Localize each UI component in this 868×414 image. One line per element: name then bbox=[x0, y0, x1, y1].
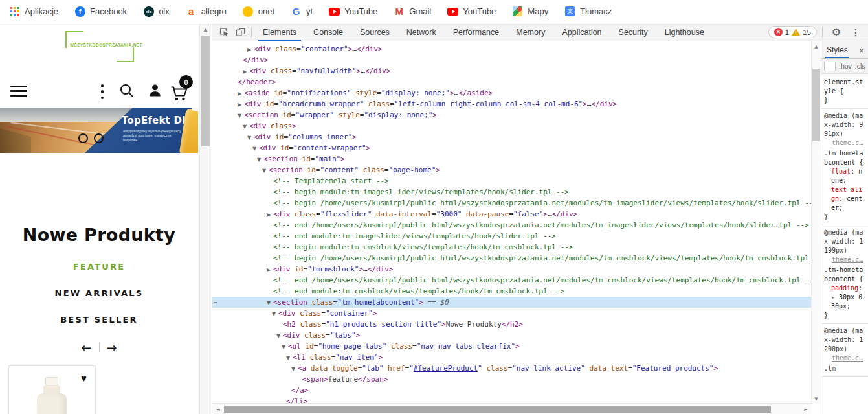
expand-arrow-icon[interactable]: ▼ bbox=[282, 341, 288, 352]
bookmark-mapy[interactable]: Mapy bbox=[512, 6, 548, 17]
devtools-tab-lighthouse[interactable]: Lighthouse bbox=[656, 23, 713, 41]
stylesheet-source-link[interactable]: theme.c… bbox=[824, 354, 866, 363]
devtools-tab-console[interactable]: Console bbox=[305, 23, 351, 41]
tree-node[interactable]: <!-- begin /home/users/kusmirpl/public_h… bbox=[212, 198, 812, 209]
scroll-right-icon[interactable]: ► bbox=[802, 407, 810, 412]
tree-node[interactable]: ▶<aside id="notifications" style="displa… bbox=[212, 87, 812, 98]
scroll-up-icon[interactable]: ▲ bbox=[812, 42, 821, 51]
tree-node[interactable]: ▼<section id="content" class="page-home"… bbox=[212, 165, 812, 176]
more-panels-icon[interactable]: » bbox=[860, 45, 864, 55]
horizontal-scrollbar-thumb[interactable] bbox=[224, 406, 771, 413]
gear-icon[interactable]: ⚙ bbox=[828, 25, 845, 40]
devtools-tab-elements[interactable]: Elements bbox=[254, 23, 305, 41]
site-logo[interactable]: WSZYSTKODOSPRZATANIA.NET bbox=[65, 31, 134, 62]
tree-node[interactable]: ▶<div id="tmcmsblock">…</div> bbox=[212, 264, 812, 275]
expand-arrow-icon[interactable]: ▼ bbox=[262, 165, 269, 176]
next-arrow[interactable]: → bbox=[107, 340, 117, 354]
expand-arrow-icon[interactable]: ▶ bbox=[247, 44, 254, 55]
expand-arrow-icon[interactable]: ▼ bbox=[291, 363, 298, 374]
devtools-tab-memory[interactable]: Memory bbox=[507, 23, 553, 41]
bookmark-aplikacje[interactable]: Aplikacje bbox=[9, 6, 58, 17]
tree-node[interactable]: </div> bbox=[212, 54, 812, 65]
slider-dot[interactable] bbox=[78, 133, 88, 143]
product-card[interactable]: ♥ bbox=[8, 365, 96, 414]
tree-node[interactable]: ▶<div id="breadcrumb_wrapper" class="lef… bbox=[212, 98, 812, 109]
tree-node[interactable]: </a> bbox=[212, 385, 812, 396]
bookmark-youtube[interactable]: YouTube bbox=[447, 6, 496, 17]
page-scrollbar-thumb[interactable] bbox=[201, 36, 210, 146]
tree-node-selected[interactable]: ⋯▼<section class="tm-hometabcontent"> ==… bbox=[212, 297, 812, 308]
tree-node[interactable]: <h2 class="h1 products-section-title">No… bbox=[212, 319, 812, 330]
tree-node[interactable]: <span>feature</span> bbox=[212, 374, 812, 385]
css-selector[interactable]: element.style { bbox=[824, 78, 866, 96]
tree-node[interactable]: <!-- begin /home/users/kusmirpl/public_h… bbox=[212, 253, 812, 264]
tree-node[interactable]: ▼<ul id="home-page-tabs" class="nav nav-… bbox=[212, 341, 812, 352]
slider-dot-active[interactable] bbox=[109, 134, 118, 143]
tree-node[interactable]: ▼<div class> bbox=[212, 121, 812, 132]
expand-arrow-icon[interactable]: ▼ bbox=[267, 297, 273, 308]
scroll-up-icon[interactable]: ▲ bbox=[200, 25, 211, 34]
bookmark-yt[interactable]: Gyt bbox=[291, 6, 313, 17]
product-tab-best-seller[interactable]: BEST SELLER bbox=[0, 315, 198, 325]
styles-filter-cls[interactable]: .cls bbox=[855, 62, 865, 70]
inspect-element-icon[interactable] bbox=[215, 25, 232, 40]
tree-node[interactable]: <!-- begin module:tm_cmsblock/views/temp… bbox=[212, 242, 812, 253]
expand-arrow-icon[interactable]: ▼ bbox=[286, 352, 293, 363]
tree-node[interactable]: ▶<div class="container">…</div> bbox=[212, 43, 812, 54]
bookmark-youtube[interactable]: YouTube bbox=[329, 6, 377, 17]
styles-filter-input[interactable] bbox=[824, 62, 836, 71]
tree-node[interactable]: ▼<a data-toggle="tab" href="#featureProd… bbox=[212, 363, 812, 374]
tree-node[interactable]: <!-- end /home/users/kusmirpl/public_htm… bbox=[212, 275, 812, 286]
product-tab-new-arrivals[interactable]: NEW ARRIVALS bbox=[0, 288, 198, 298]
expand-arrow-icon[interactable]: ▼ bbox=[252, 143, 259, 154]
bookmark-olx[interactable]: olxolx bbox=[143, 6, 170, 17]
tree-node[interactable]: ▼<div id="content-wrapper"> bbox=[212, 143, 812, 154]
bookmark-gmail[interactable]: MGmail bbox=[394, 6, 431, 17]
tree-node[interactable]: ▼<section id="wrapper" style="display: n… bbox=[212, 109, 812, 121]
tree-node[interactable]: ▶<div class="navfullwidth">…</div> bbox=[212, 65, 812, 76]
slider-dot[interactable] bbox=[94, 133, 104, 143]
device-toolbar-icon[interactable] bbox=[232, 25, 249, 40]
search-icon[interactable] bbox=[119, 83, 135, 101]
tree-node[interactable]: ▼<li class="nav-item"> bbox=[212, 352, 812, 363]
page-scrollbar[interactable]: ▲ bbox=[199, 23, 211, 414]
media-query[interactable]: @media (max-width: 991px) bbox=[824, 111, 866, 139]
expand-arrow-icon[interactable]: ▼ bbox=[276, 330, 283, 341]
devtools-tab-application[interactable]: Application bbox=[553, 23, 610, 41]
expand-arrow-icon[interactable]: ▶ bbox=[238, 99, 244, 110]
tree-node[interactable]: <!-- end /home/users/kusmirpl/public_htm… bbox=[212, 220, 812, 231]
tree-node[interactable]: <!-- Templatemela start --> bbox=[212, 176, 812, 187]
css-property[interactable]: float: none; bbox=[824, 167, 866, 185]
devtools-tab-sources[interactable]: Sources bbox=[351, 23, 398, 41]
more-options-icon[interactable] bbox=[99, 84, 106, 99]
css-selector[interactable]: .tm-hometabcontent { bbox=[824, 266, 866, 284]
css-property[interactable]: padding: ▸ 30px 0 30px; bbox=[824, 284, 866, 311]
hero-slider-banner[interactable]: TopEfekt DIAM antypoślizgowy wysoko-piel… bbox=[0, 108, 198, 153]
media-query[interactable]: @media (max-width: 1199px) bbox=[824, 228, 866, 255]
css-property[interactable]: text-align: center; bbox=[824, 185, 866, 213]
elements-vertical-scrollbar[interactable]: ▲ ▼ bbox=[811, 41, 821, 404]
elements-horizontal-scrollbar[interactable]: ◄ ► bbox=[212, 403, 812, 414]
expand-arrow-icon[interactable]: ▶ bbox=[238, 88, 244, 99]
bookmark-facebook[interactable]: fFacebook bbox=[74, 6, 127, 17]
media-query[interactable]: @media (max-width: 1200px) bbox=[824, 327, 866, 354]
expand-arrow-icon[interactable]: ▶ bbox=[267, 264, 273, 275]
node-menu-icon[interactable]: ⋯ bbox=[214, 297, 217, 308]
devtools-tab-network[interactable]: Network bbox=[398, 23, 445, 41]
expand-arrow-icon[interactable]: ▼ bbox=[257, 154, 263, 165]
tree-node[interactable]: ▼<div class="container"> bbox=[212, 308, 812, 319]
tree-node[interactable]: <!-- begin module:tm_imagesl ider/views/… bbox=[212, 187, 812, 198]
vertical-scrollbar-thumb[interactable] bbox=[812, 69, 820, 141]
product-tab-feature[interactable]: FEATURE bbox=[0, 262, 198, 271]
expand-arrow-icon[interactable]: ▼ bbox=[238, 110, 244, 121]
tree-node[interactable]: ▼<div id="columns_inner"> bbox=[212, 132, 812, 143]
bookmark-tłumacz[interactable]: 文Tłumacz bbox=[564, 6, 612, 17]
account-icon[interactable] bbox=[148, 83, 162, 100]
prev-arrow[interactable]: ← bbox=[82, 340, 92, 354]
tab-styles[interactable]: Styles bbox=[825, 41, 849, 58]
css-selector[interactable]: .tm- bbox=[824, 364, 866, 373]
scroll-down-icon[interactable]: ▼ bbox=[812, 395, 821, 403]
tree-node[interactable]: </header> bbox=[212, 76, 812, 87]
kebab-menu-icon[interactable]: ⋮ bbox=[847, 25, 864, 40]
bookmark-onet[interactable]: onet bbox=[243, 6, 274, 17]
